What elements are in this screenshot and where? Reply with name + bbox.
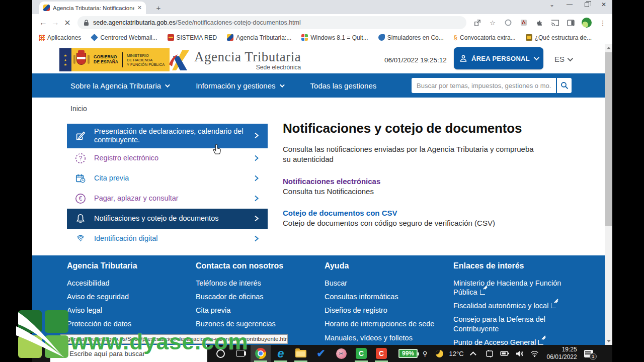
site-search-input[interactable] xyxy=(412,78,556,93)
battery-widget[interactable]: 99% xyxy=(398,349,418,358)
minimize-icon[interactable]: — xyxy=(567,1,573,8)
footer-link[interactable]: Aviso de seguridad xyxy=(67,292,190,301)
sidebar-item[interactable]: Cita previa xyxy=(67,168,268,189)
area-personal-button[interactable]: ÁREA PERSONAL xyxy=(454,47,543,69)
camtasia-red-taskbar-icon[interactable]: C xyxy=(371,345,391,362)
chrome-taskbar-icon[interactable] xyxy=(251,345,271,362)
bookmark-item[interactable]: SISTEMA RED xyxy=(168,34,217,41)
bookmark-item[interactable]: Simuladores en Co... xyxy=(378,34,444,41)
aeat-favicon-icon xyxy=(227,34,233,41)
watermark-text: www.dyase.com xyxy=(70,329,249,354)
page-scrollbar[interactable] xyxy=(605,44,612,345)
footer-link[interactable]: Teléfonos de interés xyxy=(196,279,319,288)
chevron-right-icon xyxy=(253,132,261,140)
question-icon: ? xyxy=(74,152,87,165)
language-selector[interactable]: ES xyxy=(554,55,572,63)
notification-center-button[interactable]: 1 xyxy=(584,350,593,357)
chevron-down-icon xyxy=(280,82,285,87)
scroll-up-icon[interactable] xyxy=(605,44,612,52)
footer-column-title: Agencia Tributaria xyxy=(67,261,190,270)
cast-icon[interactable] xyxy=(550,18,559,27)
close-icon[interactable]: ✕ xyxy=(601,1,606,8)
footer-link[interactable]: Manuales, vídeos y folletos xyxy=(325,333,448,342)
tasks-app-taskbar-icon[interactable]: ✔ xyxy=(311,345,331,362)
profile-avatar[interactable] xyxy=(582,18,592,28)
window-menu-chevron-icon[interactable]: ⌄ xyxy=(549,1,554,8)
wifi-icon[interactable] xyxy=(530,350,539,357)
sidebar-item[interactable]: Presentación de declaraciones, calendari… xyxy=(67,124,268,148)
nav-item[interactable]: Todas las gestiones xyxy=(310,81,377,90)
browser-tab[interactable]: Agencia Tributaria: Notificacione ✕ xyxy=(39,2,146,14)
footer-link[interactable]: Cita previa xyxy=(196,306,319,315)
external-link-icon xyxy=(538,340,543,345)
sidebar-item[interactable]: ?Registro electrónico xyxy=(67,148,268,168)
sidebar-item[interactable]: €Pagar, aplazar y consultar xyxy=(67,189,268,209)
side-panel-icon[interactable] xyxy=(566,18,575,27)
footer-link[interactable]: Buzones de sugerencias xyxy=(196,319,319,328)
temperature-label[interactable]: 12°C xyxy=(449,350,464,357)
file-explorer-taskbar-icon[interactable] xyxy=(291,345,311,362)
bookmark-item[interactable]: Windows 8.1 = Quit... xyxy=(301,34,368,41)
share-icon[interactable] xyxy=(472,18,481,27)
bookmark-item[interactable]: §Convocatoria extra... xyxy=(454,34,516,41)
content-link[interactable]: Notificaciones electrónicas xyxy=(283,177,554,186)
taskbar-clock[interactable]: 19:25 06/01/2022 xyxy=(547,346,577,361)
bookmark-item[interactable]: Centrored Webmail... xyxy=(91,34,157,41)
footer-link[interactable]: Fiscalidad autonómica y local xyxy=(453,301,577,310)
snipping-app-taskbar-icon[interactable]: ✂ xyxy=(331,345,351,362)
footer-column: Enlaces de interésMinisterio de Hacienda… xyxy=(453,261,577,345)
extensions-puzzle-icon[interactable] xyxy=(535,18,544,27)
footer-link[interactable]: Aviso legal xyxy=(67,306,190,315)
footer-column-title: Contacta con nosotros xyxy=(196,261,319,270)
chevron-right-icon xyxy=(253,235,261,243)
footer-link[interactable]: Ministerio de Hacienda y Función Pública xyxy=(453,279,577,297)
stop-loading-icon[interactable]: ✕ xyxy=(61,18,73,28)
menu-dots-icon[interactable]: ⋮ xyxy=(598,18,607,27)
pdf-extension-icon[interactable] xyxy=(519,18,528,27)
speaker-icon[interactable] xyxy=(516,350,524,357)
moon-icon xyxy=(436,350,443,357)
extension-circle-icon[interactable] xyxy=(504,18,513,27)
footer-link[interactable]: Buscar xyxy=(325,279,448,288)
scroll-down-icon[interactable] xyxy=(605,337,612,345)
agencia-tributaria-logo[interactable]: Agencia Tributaria Sede electrónica xyxy=(167,49,301,71)
footer-link[interactable]: Punto de Acceso General xyxy=(453,338,577,345)
nav-item[interactable]: Información y gestiones xyxy=(196,81,283,90)
restore-icon[interactable] xyxy=(585,3,589,7)
scrollbar-thumb[interactable] xyxy=(605,52,612,226)
search-icon xyxy=(560,81,569,89)
footer-link[interactable]: Consultas informáticas xyxy=(325,292,448,301)
new-tab-button[interactable]: + xyxy=(153,3,164,14)
footer-link[interactable]: Protección de datos xyxy=(67,319,190,328)
sidebar-item[interactable]: Identificación digital xyxy=(67,229,268,249)
tray-battery-icon[interactable] xyxy=(500,350,509,356)
feather-icon xyxy=(14,309,79,359)
address-bar[interactable]: sede.agenciatributaria.gob.es/Sede/notif… xyxy=(77,16,466,29)
tab-close-icon[interactable]: ✕ xyxy=(137,5,142,11)
search-button[interactable] xyxy=(557,78,572,93)
footer-link[interactable]: Accesibilidad xyxy=(67,279,190,288)
breadcrumb[interactable]: Inicio xyxy=(70,105,87,113)
site-search xyxy=(412,78,572,93)
aeat-favicon-icon xyxy=(43,5,50,11)
bookmark-item[interactable]: Agencia Tributaria:... xyxy=(227,34,291,41)
content-link[interactable]: Cotejo de documentos con CSV xyxy=(283,209,554,217)
back-icon[interactable]: ← xyxy=(37,18,49,27)
footer-link[interactable]: Buscador de oficinas xyxy=(196,292,319,301)
footer-link[interactable]: Horario de interrupciones de sede xyxy=(325,319,448,328)
internet-explorer-taskbar-icon[interactable]: e xyxy=(271,345,291,362)
sidebar-item[interactable]: Notificaciones y cotejo de documentos xyxy=(67,209,268,229)
footer-link[interactable]: Consejo para la Defensa del Contribuyent… xyxy=(453,315,577,333)
chevron-down-icon xyxy=(568,55,573,61)
tablet-mode-icon[interactable] xyxy=(486,350,494,357)
bookmark-item[interactable]: Aplicaciones xyxy=(38,34,81,41)
footer-link[interactable]: Diseños de registro xyxy=(325,306,448,315)
nav-item[interactable]: Sobre la Agencia Tributaria xyxy=(70,81,169,90)
tab-strip: Agencia Tributaria: Notificacione ✕ + ⌄ … xyxy=(32,0,612,14)
bookmark-star-icon[interactable]: ☆ xyxy=(488,18,497,27)
chevron-down-icon xyxy=(165,82,170,87)
camtasia-green-taskbar-icon[interactable]: C xyxy=(351,345,371,362)
bookmarks-overflow-icon[interactable]: » xyxy=(580,34,583,41)
tray-expand-icon[interactable] xyxy=(470,351,476,358)
windows-favicon-icon xyxy=(301,34,308,41)
